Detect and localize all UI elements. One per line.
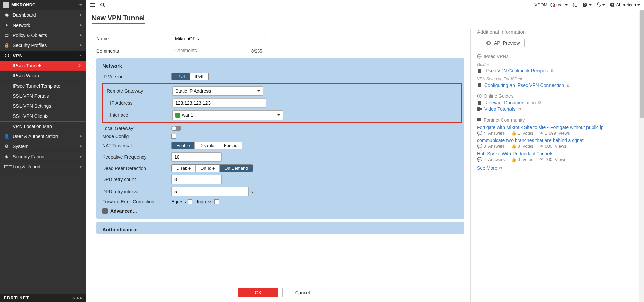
sidebar-item-policy[interactable]: ▤ Policy & Objects <box>0 30 86 40</box>
configure-link[interactable]: Configuring an IPsec VPN Connection ⧉ <box>477 82 638 88</box>
dpd-retry-interval-unit: s <box>251 189 253 194</box>
sidebar-item-label: IPsec Tunnels <box>13 63 74 68</box>
menu-icon[interactable] <box>90 2 95 8</box>
help-menu[interactable]: ? <box>582 2 592 7</box>
sidebar-item-ipsec-template[interactable]: IPsec Tunnel Template <box>0 81 86 91</box>
search-icon[interactable] <box>100 2 105 8</box>
sidebar-item-system[interactable]: ⚙ System <box>0 141 86 152</box>
api-preview-button[interactable]: API Preview <box>481 39 525 47</box>
svg-rect-1 <box>5 2 7 4</box>
see-more-link[interactable]: See More ⧉ <box>477 165 638 171</box>
votes-count: 👍 1 Votes <box>511 131 533 136</box>
sidebar-item-network[interactable]: ✦ Network <box>0 20 86 30</box>
interface-label: Interface <box>103 112 172 118</box>
community-item-title[interactable]: communicate two branches that are behind… <box>477 138 638 143</box>
sidebar-item-security-fabric[interactable]: ◈ Security Fabric <box>0 152 86 162</box>
ip-version-ipv6[interactable]: IPv6 <box>190 73 208 80</box>
sidebar-item-security-profiles[interactable]: 🔒 Security Profiles <box>0 40 86 51</box>
video-tutorials-link[interactable]: Video Tutorials ⧉ <box>477 106 638 112</box>
remote-gateway-select[interactable]: Static IP Address <box>172 86 263 96</box>
name-input[interactable] <box>172 34 266 43</box>
cli-icon[interactable] <box>572 3 578 7</box>
svg-rect-4 <box>5 4 7 6</box>
vdom-selector[interactable]: VDOM: root <box>534 2 568 7</box>
scrollbar-thumb[interactable] <box>640 10 644 118</box>
community-item-title[interactable]: Hub-Spoke With Redundant Tunnels <box>477 151 638 156</box>
keepalive-input[interactable] <box>171 152 222 162</box>
field-remote-gateway: Remote Gateway Static IP Address <box>103 86 457 96</box>
field-mode-config: Mode Config <box>102 134 458 139</box>
dpd-disable[interactable]: Disable <box>172 165 196 172</box>
ip-version-toggle: IPv4 IPv6 <box>171 73 209 80</box>
external-link-icon: ⧉ <box>551 68 554 73</box>
chevron-right-icon <box>80 34 82 37</box>
fec-egress-checkbox[interactable] <box>188 199 192 204</box>
user-menu[interactable]: Ahmetcan <box>610 2 640 7</box>
chevron-down-icon <box>565 4 568 6</box>
online-guides-block: ? Online Guides Relevant Documentation ⧉… <box>477 93 638 112</box>
chevron-down-icon <box>637 4 640 6</box>
field-name: Name <box>96 34 464 43</box>
field-local-gateway: Local Gateway <box>102 126 458 131</box>
ip-version-ipv4[interactable]: IPv4 <box>172 73 190 80</box>
brand-selector[interactable]: MIKRONDC <box>0 0 86 10</box>
dpd-ondemand[interactable]: On Demand <box>220 165 253 172</box>
sidebar-item-sslvpn-portals[interactable]: SSL-VPN Portals <box>0 91 86 101</box>
ok-button[interactable]: OK <box>238 288 278 297</box>
form-panel: Name Comments 0/255 Network IP Version <box>90 29 471 302</box>
views-count: 👁 700 Views <box>539 157 566 162</box>
sidebar: MIKRONDC ◉ Dashboard ✦ Network ▤ Policy … <box>0 0 86 302</box>
gear-icon: ⚙ <box>4 144 9 149</box>
dpd-retry-count-input[interactable] <box>171 175 222 184</box>
nat-forced[interactable]: Forced <box>219 142 242 149</box>
ipsec-vpns-heading: IPsec VPNs <box>477 54 638 59</box>
chevron-right-icon <box>80 135 82 138</box>
community-item-meta: 💬 4 Answers👍 0 Votes👁 700 Views <box>477 157 638 162</box>
sidebar-item-dashboard[interactable]: ◉ Dashboard <box>0 10 86 20</box>
vpn-icon: 🖵 <box>4 53 9 58</box>
field-keepalive: Keepalive Frequency <box>102 152 458 162</box>
cookbook-link[interactable]: IPsec VPN Cookbook Recipes ⧉ <box>477 68 638 73</box>
nat-enable[interactable]: Enable <box>172 142 195 149</box>
fec-ingress-option[interactable]: Ingress <box>197 199 219 204</box>
sidebar-item-label: Log & Report <box>13 164 77 169</box>
sidebar-item-label: System <box>13 144 77 149</box>
mode-config-checkbox[interactable] <box>171 134 176 139</box>
comments-count: 0/255 <box>251 48 262 54</box>
sidebar-item-vpn[interactable]: 🖵 VPN <box>0 51 86 61</box>
fec-egress-option[interactable]: Egress <box>171 199 192 204</box>
sidebar-item-sslvpn-clients[interactable]: SSL-VPN Clients <box>0 111 86 121</box>
star-icon[interactable]: ☆ <box>77 63 82 68</box>
documentation-link[interactable]: Relevant Documentation ⧉ <box>477 100 638 105</box>
sidebar-item-vpn-location-map[interactable]: VPN Location Map <box>0 121 86 131</box>
sidebar-item-label: Network <box>13 23 77 28</box>
username: Ahmetcan <box>616 2 636 7</box>
sidebar-item-ipsec-tunnels[interactable]: IPsec Tunnels ☆ <box>0 61 86 71</box>
svg-rect-3 <box>3 4 5 6</box>
guides-subheading: Guides <box>477 62 638 67</box>
community-item-title[interactable]: Fortigate with Mikrotik Site to site - F… <box>477 125 638 130</box>
book-icon <box>477 83 482 88</box>
nat-disable[interactable]: Disable <box>195 142 219 149</box>
sidebar-item-sslvpn-settings[interactable]: SSL-VPN Settings <box>0 101 86 111</box>
highlighted-config-block: Remote Gateway Static IP Address IP Addr… <box>102 83 462 123</box>
nat-label: NAT Traversal <box>102 143 171 148</box>
ip-address-input[interactable] <box>172 98 266 108</box>
sidebar-item-ipsec-wizard[interactable]: IPsec Wizard <box>0 71 86 81</box>
comments-label: Comments <box>96 48 172 54</box>
svg-text:?: ? <box>478 95 480 98</box>
dpd-onidle[interactable]: On Idle <box>196 165 220 172</box>
local-gateway-switch[interactable] <box>171 126 181 131</box>
advanced-toggle[interactable]: + Advanced... <box>102 207 458 214</box>
interface-select[interactable]: wan1 <box>172 110 283 120</box>
sidebar-item-log-report[interactable]: ⫍⫎ Log & Report <box>0 162 86 172</box>
fec-ingress-checkbox[interactable] <box>214 199 219 204</box>
notifications-menu[interactable] <box>596 2 605 8</box>
sidebar-item-user-auth[interactable]: 👤 User & Authentication <box>0 131 86 141</box>
sidebar-item-label: Dashboard <box>13 12 77 18</box>
dpd-retry-interval-input[interactable] <box>171 187 249 196</box>
vdom-status-icon <box>550 3 555 7</box>
scrollbar-track[interactable] <box>639 10 644 302</box>
comments-textarea[interactable] <box>172 47 249 55</box>
cancel-button[interactable]: Cancel <box>282 288 323 297</box>
